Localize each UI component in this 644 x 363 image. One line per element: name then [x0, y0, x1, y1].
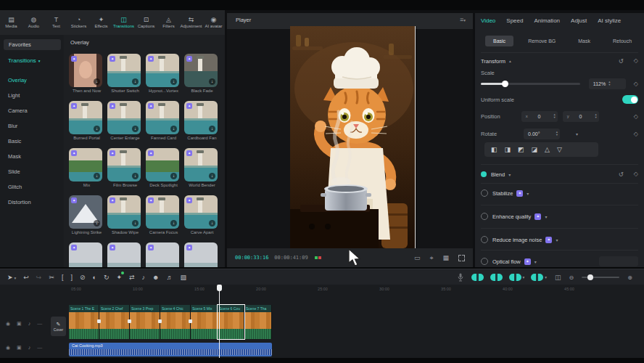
preview-axis-icon[interactable]: ◫: [555, 274, 561, 281]
timeline-clip[interactable]: Scene 5 Mix: [191, 305, 218, 339]
download-icon[interactable]: ↓: [94, 126, 100, 132]
transition-item[interactable]: ✦↓Then and Now: [69, 54, 107, 97]
reset-blend-icon[interactable]: ↺: [619, 171, 624, 178]
checkbox-circle-icon[interactable]: [481, 189, 488, 197]
chevron-down-icon[interactable]: ▾: [545, 275, 547, 280]
stepper-icon[interactable]: ▴▾: [556, 131, 558, 136]
flip-tool-icon-4[interactable]: △: [545, 146, 550, 153]
sidebar-item-mask[interactable]: Mask: [0, 149, 64, 164]
transition-item[interactable]: ✦↓Cardboard Fan: [184, 101, 223, 144]
optical-flow-extra-button[interactable]: [599, 256, 638, 266]
fullscreen-icon[interactable]: [458, 255, 465, 261]
transition-item[interactable]: ✦↓World Bender: [184, 148, 223, 192]
sidebar-item-basic[interactable]: Basic: [0, 134, 64, 149]
voiceover-mic-icon[interactable]: [458, 273, 463, 282]
split-icon[interactable]: ✂: [49, 269, 54, 285]
download-icon[interactable]: ↓: [94, 173, 100, 179]
sidebar-item-glitch[interactable]: Glitch: [0, 179, 64, 195]
chevron-up-icon[interactable]: ▴: [509, 59, 511, 63]
ribbon-item-transitions[interactable]: ◫Transitions: [112, 16, 135, 29]
download-icon[interactable]: ↓: [94, 220, 100, 227]
download-icon[interactable]: ↓: [94, 78, 100, 85]
transition-thumbnail[interactable]: ✦↓: [107, 242, 141, 267]
ribbon-item-filters[interactable]: ◬Filters: [157, 16, 180, 29]
uniform-scale-toggle[interactable]: [622, 95, 638, 104]
redo-icon[interactable]: ↪: [36, 269, 42, 285]
section-row-stabilize[interactable]: Stabilize✦▾: [481, 187, 638, 199]
transition-item[interactable]: ✦↓Center Enlarge: [107, 101, 146, 144]
transition-item[interactable]: ✦↓Mix: [69, 148, 107, 192]
chevron-down-icon[interactable]: ▾: [545, 214, 547, 219]
stepper-icon[interactable]: ▴▾: [595, 113, 596, 119]
download-icon[interactable]: ↓: [170, 220, 177, 227]
focus-icon[interactable]: ⌖: [429, 254, 433, 262]
ratio-icon[interactable]: ▭: [414, 254, 421, 261]
transition-item[interactable]: ✦↓Shutter Switch: [107, 54, 146, 97]
tab-ai-stylize[interactable]: AI stylize: [598, 17, 621, 24]
transition-thumbnail[interactable]: ✦↓: [184, 101, 218, 134]
cover-button[interactable]: ✎ Cover: [51, 317, 66, 336]
checkbox-circle-icon[interactable]: [481, 236, 488, 243]
transition-thumbnail[interactable]: ✦↓: [146, 148, 179, 182]
section-row-enhance-quality[interactable]: Enhance quality✦▾: [481, 211, 638, 222]
rotate-value-box[interactable]: 0.00° ▴▾: [524, 129, 560, 139]
transition-thumbnail[interactable]: ✦↓: [107, 195, 141, 229]
transition-thumbnail[interactable]: ✦↓: [184, 148, 218, 182]
video-preview[interactable]: [290, 26, 416, 248]
chevron-down-icon[interactable]: ▾: [534, 259, 537, 264]
timeline-clip[interactable]: Scene 3 Prep: [130, 305, 160, 339]
mute-track-icon[interactable]: ♪: [28, 321, 31, 327]
delete-icon[interactable]: ⊘: [80, 269, 86, 285]
position-y-box[interactable]: y 0 ▴▾: [563, 111, 599, 122]
download-icon[interactable]: ↓: [132, 78, 139, 85]
timeline-clip[interactable]: Scene 1 The E: [69, 305, 99, 339]
player-menu-icon[interactable]: ≡▾: [460, 16, 466, 23]
chevron-down-icon[interactable]: ▾: [15, 276, 17, 280]
transition-item[interactable]: ✦↓: [184, 242, 223, 267]
favorites-box[interactable]: Favorites: [4, 39, 61, 50]
blend-enabled-icon[interactable]: [481, 171, 487, 177]
ribbon-item-captions[interactable]: ⊡Captions: [135, 16, 157, 29]
timeline-clip[interactable]: Scene 6 Cou: [218, 305, 244, 339]
sidebar-item-slide[interactable]: Slide: [0, 164, 64, 179]
mute-track-icon[interactable]: ♪: [28, 345, 31, 351]
transition-thumbnail[interactable]: ✦↓: [107, 101, 141, 134]
transition-thumbnail[interactable]: ✦↓: [184, 242, 218, 267]
stepper-icon[interactable]: ▴▾: [608, 81, 610, 86]
zoom-in-icon[interactable]: ⊕: [627, 274, 632, 281]
transition-thumbnail[interactable]: ✦↓: [107, 54, 141, 87]
transition-thumbnail[interactable]: ✦↓: [184, 54, 218, 87]
audio-tool-icon[interactable]: ♪: [142, 269, 146, 285]
transition-item[interactable]: ✦↓Shadow Wipe: [107, 195, 146, 239]
track-handle[interactable]: —: [37, 321, 42, 327]
transition-item[interactable]: ✦↓: [146, 242, 184, 267]
transition-thumbnail[interactable]: ✦↓: [146, 242, 179, 267]
download-icon[interactable]: ↓: [209, 78, 215, 85]
transition-thumbnail[interactable]: ✦↓: [69, 101, 102, 134]
chevron-down-icon[interactable]: ▾: [527, 191, 529, 196]
timeline-clip[interactable]: Scene 7 Tha: [244, 305, 272, 339]
keyframe-diamond-icon[interactable]: ◇: [634, 171, 638, 178]
transition-thumbnail[interactable]: ✦↓: [146, 101, 179, 134]
lock-track-icon[interactable]: ▣: [17, 345, 22, 351]
audio-clip[interactable]: Cat Cooking.mp3: [69, 343, 272, 356]
chevron-down-icon[interactable]: ▾: [508, 172, 511, 177]
ribbon-item-effects[interactable]: ✦Effects: [90, 16, 112, 29]
stepper-icon[interactable]: ▴▾: [553, 113, 555, 119]
beat-icon[interactable]: ♬: [167, 269, 173, 285]
ribbon-item-media[interactable]: ▤Media: [0, 16, 22, 29]
loop-icon[interactable]: ↻: [104, 269, 110, 285]
category-dropdown[interactable]: Transitions▾: [8, 57, 41, 64]
section-row-reduce-image-noise[interactable]: Reduce image noise✦▾: [481, 234, 638, 245]
ribbon-item-adjustment[interactable]: ⇆Adjustment: [180, 16, 202, 29]
select-tool-icon[interactable]: ➤▾: [7, 269, 16, 286]
sidebar-item-camera[interactable]: Camera: [0, 103, 64, 118]
tab-speed[interactable]: Speed: [506, 17, 523, 24]
download-icon[interactable]: ↓: [170, 126, 177, 132]
transition-marker[interactable]: [128, 319, 131, 323]
transition-marker[interactable]: [189, 319, 192, 323]
playhead[interactable]: [219, 285, 220, 358]
sidebar-item-blur[interactable]: Blur: [0, 118, 64, 134]
ribbon-item-text[interactable]: TText: [45, 16, 67, 29]
download-icon[interactable]: ↓: [170, 78, 177, 85]
